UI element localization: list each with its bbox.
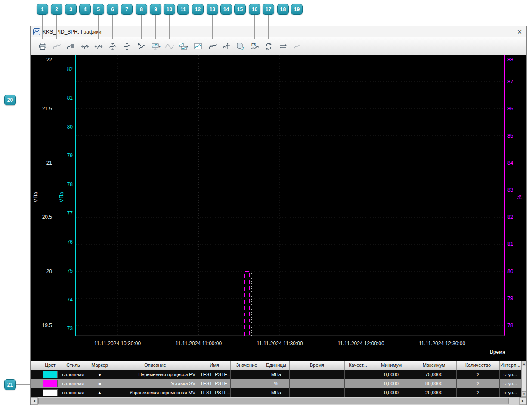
legend-row[interactable]: сплошная■Уставка SVTEST_PSTE...%0,000080… xyxy=(31,379,521,388)
mpa-inner-tick: 76 xyxy=(67,239,73,245)
column-header-select[interactable] xyxy=(31,361,41,370)
percent-tick: 80 xyxy=(507,268,513,274)
column-header-[interactable]: Стиль xyxy=(59,361,87,370)
column-header-[interactable]: Минимум xyxy=(371,361,411,370)
title-bar[interactable]: KKS_PID_SPR. Графики xyxy=(31,26,526,37)
marker-button[interactable] xyxy=(220,39,233,54)
chart-plot-area[interactable]: 2221.52120.52019.58281807978777675747388… xyxy=(31,55,526,361)
trend-run-button[interactable] xyxy=(50,39,63,54)
cell-time xyxy=(290,370,345,379)
mpa-inner-tick: 80 xyxy=(67,124,73,130)
callout-badge-20: 20 xyxy=(4,95,16,105)
callout-badge-5: 5 xyxy=(93,4,104,15)
single-trend-button[interactable] xyxy=(192,39,204,54)
mini-trend-icon xyxy=(293,42,301,51)
callout-badge-16: 16 xyxy=(249,4,260,15)
trend-list-button[interactable]: ▾ xyxy=(177,39,190,54)
scroll-down-button[interactable]: ▼ xyxy=(522,391,526,397)
column-header-[interactable]: Описание xyxy=(112,361,198,370)
cell-quality xyxy=(345,379,371,388)
callout-badge-2: 2 xyxy=(51,4,62,15)
curve-icon xyxy=(165,42,174,51)
cell-interpolation: ступ... xyxy=(500,388,521,397)
scrollbar-thumb[interactable] xyxy=(38,398,509,404)
scroll-left-button[interactable]: ◄ xyxy=(31,397,38,405)
display-mode-button[interactable]: ▾ xyxy=(149,39,162,54)
compress-horizontal-button[interactable] xyxy=(79,39,92,54)
reload-data-button[interactable] xyxy=(262,39,275,54)
cell-description: Переменная процесса PV xyxy=(112,370,198,379)
mini-trend-button[interactable] xyxy=(291,39,303,54)
column-header-[interactable]: Цвет xyxy=(41,361,59,370)
column-header-[interactable]: Время xyxy=(290,361,345,370)
cell-units: % xyxy=(263,379,290,388)
cell-count: 2 xyxy=(457,370,500,379)
expand-horizontal-button[interactable] xyxy=(92,39,105,54)
callout-badge-6: 6 xyxy=(107,4,118,15)
mpa-outer-tick: 19.5 xyxy=(42,322,53,328)
marker-icon xyxy=(222,42,231,51)
time-tick: 11.11.2024 11:30:00 xyxy=(257,341,303,347)
scroll-up-button[interactable]: ▲ xyxy=(522,361,526,366)
svg-text:F5: F5 xyxy=(251,43,256,47)
f5-icon: F5 xyxy=(251,42,259,51)
cell-max: 20,0000 xyxy=(411,388,457,397)
refresh-f5-button[interactable]: F5 xyxy=(248,39,261,54)
cell-units: МПа xyxy=(263,370,290,379)
scroll-right-button[interactable]: ► xyxy=(519,397,526,405)
expand-horizontal-icon xyxy=(94,42,103,51)
zoom-reset-icon xyxy=(137,42,146,51)
callout-leader-line xyxy=(15,384,30,385)
display-mode-icon xyxy=(151,42,160,51)
time-tick: 11.11.2024 12:30:00 xyxy=(419,341,466,347)
dropdown-caret-icon: ▾ xyxy=(186,45,188,49)
column-header-[interactable]: Маркер xyxy=(87,361,112,370)
cell-sel xyxy=(31,388,41,397)
percent-tick: 88 xyxy=(507,57,513,63)
printer-icon xyxy=(38,42,47,51)
close-button[interactable]: ✕ xyxy=(514,27,525,36)
column-header-[interactable]: Количество xyxy=(457,361,500,370)
callout-badge-3: 3 xyxy=(65,4,77,15)
trend-pause-button[interactable] xyxy=(65,39,77,54)
callout-badge-13: 13 xyxy=(207,4,218,15)
cell-description: Управляемая переменная MV xyxy=(112,388,198,397)
legend-row[interactable]: сплошная●Переменная процесса PVTEST_PSTE… xyxy=(31,370,521,379)
curve-points-button[interactable] xyxy=(206,39,219,54)
cell-style: сплошная xyxy=(59,379,87,388)
mpa-inner-tick: 81 xyxy=(67,95,73,101)
column-header-[interactable]: Значение xyxy=(231,361,263,370)
cell-count: 2 xyxy=(457,388,500,397)
mpa-inner-tick: 77 xyxy=(67,210,73,216)
color-swatch xyxy=(43,389,58,396)
column-header-[interactable]: Максимум xyxy=(411,361,457,370)
legend-row[interactable]: сплошная▲Управляемая переменная MVTEST_P… xyxy=(31,388,521,397)
horizontal-scrollbar[interactable]: ◄ ► xyxy=(31,397,526,405)
column-header-[interactable]: Интерп... xyxy=(500,361,521,370)
percent-tick: 81 xyxy=(507,241,513,247)
curve-smooth-button[interactable] xyxy=(163,39,176,54)
compress-vertical-button[interactable] xyxy=(106,39,119,54)
mpa-outer-tick: 21 xyxy=(46,160,53,166)
column-header-[interactable]: Качест... xyxy=(345,361,371,370)
cell-description: Уставка SV xyxy=(112,379,198,388)
cell-sel xyxy=(31,379,41,388)
cell-marker: ▲ xyxy=(87,388,112,397)
column-header-[interactable]: Имя xyxy=(198,361,231,370)
exchange-button[interactable] xyxy=(277,39,290,54)
percent-tick: 85 xyxy=(507,133,513,139)
legend-vertical-scrollbar[interactable]: ▲ ▼ xyxy=(521,361,526,397)
trend-curve-icon xyxy=(53,42,61,51)
mpa-inner-axis-title: МПа xyxy=(59,192,65,203)
zoom-reset-button[interactable] xyxy=(135,39,148,54)
cell-marker: ● xyxy=(87,370,112,379)
print-button[interactable] xyxy=(36,39,49,54)
expand-vertical-button[interactable] xyxy=(121,39,133,54)
column-header-[interactable]: Единицы xyxy=(263,361,290,370)
mpa-inner-tick: 74 xyxy=(67,297,73,303)
cell-min: 0,0000 xyxy=(371,370,411,379)
chart-svg: 2221.52120.52019.58281807978777675747388… xyxy=(31,55,526,361)
reload-icon xyxy=(264,42,273,51)
cell-interpolation: ступ... xyxy=(500,370,521,379)
archive-data-button[interactable] xyxy=(234,39,247,54)
